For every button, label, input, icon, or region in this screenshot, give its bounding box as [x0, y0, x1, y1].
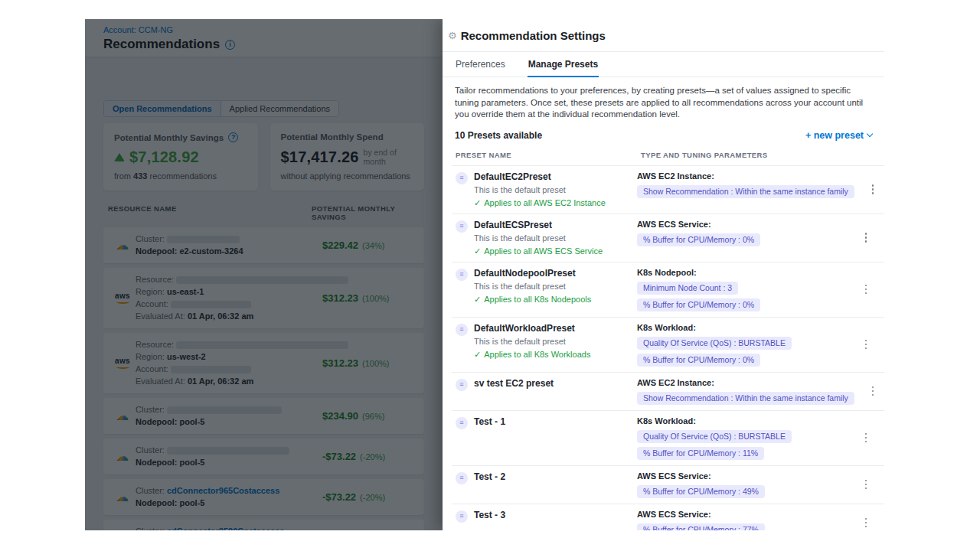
kebab-icon: [865, 433, 867, 443]
preset-row[interactable]: ≡ sv test EC2 preset AWS EC2 Instance: S…: [452, 372, 884, 410]
tuning-parameter-badge: % Buffer for CPU/Memory : 0%: [637, 233, 760, 246]
kebab-icon: [872, 184, 874, 194]
preset-applies-to: ✓Applies to all AWS ECS Service: [474, 246, 603, 256]
preset-row[interactable]: ≡ DefaultECSPreset This is the default p…: [452, 214, 884, 262]
kebab-icon: [865, 340, 867, 350]
presets-bar: 10 Presets available + new preset: [455, 130, 872, 141]
preset-type: AWS ECS Service:: [637, 220, 848, 230]
check-icon: ✓: [474, 246, 481, 256]
kebab-icon: [865, 480, 867, 490]
presets-table-header: PRESET NAME TYPE AND TUNING PARAMETERS: [452, 147, 884, 165]
new-preset-button[interactable]: + new preset: [805, 130, 872, 141]
preset-row[interactable]: ≡ DefaultEC2Preset This is the default p…: [452, 165, 884, 214]
preset-applies-to: ✓Applies to all AWS EC2 Instance: [474, 198, 606, 208]
preset-type: K8s Workload:: [637, 416, 848, 426]
preset-icon: ≡: [456, 220, 468, 233]
preset-type: AWS ECS Service:: [637, 471, 848, 481]
preset-name: Test - 1: [474, 416, 505, 427]
preset-icon: ≡: [456, 472, 468, 484]
preset-badges: % Buffer for CPU/Memory : 0%: [637, 233, 848, 246]
drawer-header: ⚙ Recommendation Settings: [443, 19, 884, 51]
preset-icon: ≡: [456, 269, 468, 281]
recommendation-settings-drawer: ⚙ Recommendation Settings Preferences Ma…: [443, 19, 884, 530]
preset-badges: Quality Of Service (QoS) : BURSTABLE% Bu…: [637, 337, 848, 367]
chevron-down-icon: [867, 131, 873, 137]
presets-count: 10 Presets available: [455, 130, 542, 141]
tuning-parameter-badge: Quality Of Service (QoS) : BURSTABLE: [637, 337, 792, 350]
gear-icon: ⚙: [448, 31, 457, 41]
tuning-parameter-badge: % Buffer for CPU/Memory : 49%: [637, 485, 765, 498]
drawer-title: Recommendation Settings: [461, 29, 606, 42]
preset-row[interactable]: ≡ Test - 3 AWS ECS Service: % Buffer for…: [452, 504, 884, 531]
presets-table: PRESET NAME TYPE AND TUNING PARAMETERS ≡…: [452, 147, 884, 531]
preset-name: DefaultWorkloadPreset: [474, 323, 590, 334]
kebab-menu-button[interactable]: [848, 268, 884, 311]
kebab-menu-button[interactable]: [848, 416, 884, 460]
app-window: Account: CCM-NG Recommendations i Open R…: [85, 19, 884, 530]
preset-row[interactable]: ≡ DefaultNodepoolPreset This is the defa…: [452, 262, 884, 317]
tuning-parameter-badge: Quality Of Service (QoS) : BURSTABLE: [637, 430, 792, 443]
kebab-menu-button[interactable]: [848, 471, 884, 498]
preset-row[interactable]: ≡ Test - 2 AWS ECS Service: % Buffer for…: [452, 465, 884, 504]
preset-name: Test - 3: [474, 510, 505, 520]
settings-tabs: Preferences Manage Presets: [443, 52, 884, 77]
kebab-icon: [865, 285, 867, 295]
preset-icon: ≡: [456, 510, 468, 523]
tab-manage-presets[interactable]: Manage Presets: [528, 52, 599, 77]
screenshot-canvas: Account: CCM-NG Recommendations i Open R…: [0, 0, 980, 551]
preset-badges: % Buffer for CPU/Memory : 77%: [637, 523, 848, 531]
preset-icon: ≡: [456, 417, 468, 429]
kebab-icon: [865, 518, 867, 528]
preset-row[interactable]: ≡ DefaultWorkloadPreset This is the defa…: [452, 317, 884, 372]
tuning-parameter-badge: % Buffer for CPU/Memory : 11%: [637, 447, 764, 460]
preset-badges: Show Recommendation : Within the same in…: [637, 392, 854, 405]
kebab-menu-button[interactable]: [848, 323, 884, 367]
tuning-parameter-badge: Show Recommendation : Within the same in…: [637, 392, 854, 405]
tuning-parameter-badge: % Buffer for CPU/Memory : 77%: [637, 523, 765, 531]
kebab-menu-button[interactable]: [848, 220, 884, 256]
check-icon: ✓: [474, 295, 481, 304]
preset-badges: Minimum Node Count : 3% Buffer for CPU/M…: [637, 282, 848, 311]
preset-description: This is the default preset: [474, 337, 590, 347]
tuning-parameter-badge: Show Recommendation : Within the same in…: [637, 185, 854, 198]
kebab-menu-button[interactable]: [848, 510, 884, 531]
preset-name: DefaultECSPreset: [474, 220, 603, 230]
preset-type: AWS EC2 Instance:: [637, 378, 854, 388]
column-type-and-tuning-parameters: TYPE AND TUNING PARAMETERS: [641, 151, 768, 159]
preset-icon: ≡: [456, 379, 468, 391]
presets-table-rows: ≡ DefaultEC2Preset This is the default p…: [452, 165, 884, 531]
preset-description: This is the default preset: [474, 233, 603, 243]
kebab-menu-button[interactable]: [854, 378, 884, 405]
preset-row[interactable]: ≡ Test - 1 K8s Workload: Quality Of Serv…: [452, 410, 884, 465]
tab-preferences[interactable]: Preferences: [455, 52, 506, 77]
preset-type: AWS ECS Service:: [637, 510, 848, 520]
preset-name: DefaultEC2Preset: [474, 171, 606, 182]
tuning-parameter-badge: % Buffer for CPU/Memory : 0%: [637, 354, 760, 367]
preset-icon: ≡: [456, 172, 468, 184]
kebab-icon: [865, 233, 867, 243]
preset-badges: Quality Of Service (QoS) : BURSTABLE% Bu…: [637, 430, 848, 460]
modal-dim-overlay: [85, 19, 443, 530]
preset-type: AWS EC2 Instance:: [637, 171, 854, 181]
recommendations-page: Account: CCM-NG Recommendations i Open R…: [85, 19, 443, 530]
check-icon: ✓: [474, 198, 481, 207]
kebab-icon: [872, 386, 874, 396]
column-preset-name: PRESET NAME: [456, 151, 641, 159]
preset-type: K8s Nodepool:: [637, 268, 848, 278]
preset-name: DefaultNodepoolPreset: [474, 268, 591, 279]
tuning-parameter-badge: Minimum Node Count : 3: [637, 282, 738, 295]
preset-type: K8s Workload:: [637, 323, 848, 333]
preset-description: This is the default preset: [474, 185, 606, 195]
preset-badges: % Buffer for CPU/Memory : 49%: [637, 485, 848, 498]
preset-badges: Show Recommendation : Within the same in…: [637, 185, 854, 198]
preset-name: sv test EC2 preset: [474, 378, 554, 389]
preset-name: Test - 2: [474, 471, 505, 482]
preset-applies-to: ✓Applies to all K8s Nodepools: [474, 295, 591, 305]
tuning-parameter-badge: % Buffer for CPU/Memory : 0%: [637, 298, 760, 311]
preset-description: This is the default preset: [474, 282, 591, 292]
kebab-menu-button[interactable]: [854, 171, 884, 208]
check-icon: ✓: [474, 350, 481, 359]
preset-applies-to: ✓Applies to all K8s Workloads: [474, 350, 590, 360]
presets-description: Tailor recommendations to your preferenc…: [455, 85, 872, 121]
preset-icon: ≡: [456, 324, 468, 336]
